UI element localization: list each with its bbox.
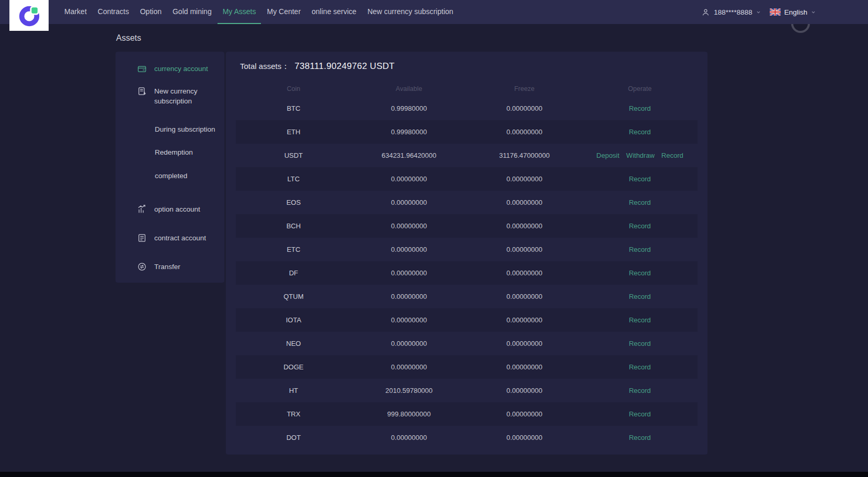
footer-bar (0, 472, 868, 477)
nav-item-market[interactable]: Market (59, 0, 92, 24)
freeze-cell: 0.00000000 (467, 199, 583, 206)
available-cell: 999.80000000 (351, 410, 467, 418)
sidebar-item-contract-account[interactable]: contract account (116, 230, 224, 245)
record-link[interactable]: Record (629, 434, 651, 441)
nav-item-gold-mining[interactable]: Gold mining (167, 0, 217, 24)
user-phone[interactable]: 188****8888 (714, 8, 752, 16)
coin-cell: ETC (236, 246, 351, 253)
chevron-down-icon (756, 10, 761, 15)
operate-cell: Record (582, 128, 698, 136)
transfer-icon (137, 262, 147, 272)
record-link[interactable]: Record (629, 410, 651, 418)
coin-cell: ETH (236, 128, 351, 136)
coin-cell: BTC (236, 104, 351, 112)
nav-item-contracts[interactable]: Contracts (93, 0, 134, 24)
brand-logo[interactable] (9, 0, 49, 31)
contract-icon (137, 233, 147, 243)
record-link[interactable]: Record (629, 387, 651, 394)
operate-cell: Record (582, 340, 698, 347)
record-link[interactable]: Record (629, 175, 651, 183)
sidebar-item-label: Transfer (154, 263, 180, 271)
record-link[interactable]: Record (629, 316, 651, 324)
available-cell: 0.00000000 (351, 199, 467, 206)
operate-cell: Record (582, 175, 698, 183)
subscription-icon (137, 86, 147, 96)
record-link[interactable]: Record (629, 363, 651, 371)
nav-item-new-currency-subscription[interactable]: New currency subscription (362, 0, 459, 24)
operate-cell: Record (582, 222, 698, 230)
operate-cell: Record (582, 387, 698, 394)
top-nav: MarketContractsOptionGold miningMy Asset… (0, 0, 868, 24)
operate-cell: Record (582, 199, 698, 206)
freeze-cell: 0.00000000 (467, 269, 583, 277)
sidebar-item-label: contract account (154, 234, 206, 242)
freeze-cell: 0.00000000 (467, 340, 583, 347)
sidebar-item-new-currency-subscription[interactable]: New currency subscription (116, 86, 224, 108)
sidebar-menu: currency accountNew currency subscriptio… (116, 52, 224, 283)
record-link[interactable]: Record (629, 246, 651, 253)
freeze-cell: 0.00000000 (467, 410, 583, 418)
record-link[interactable]: Record (629, 199, 651, 206)
available-cell: 0.00000000 (351, 434, 467, 441)
sidebar-item-label: completed (155, 172, 187, 180)
freeze-cell: 0.00000000 (467, 387, 583, 394)
nav-item-my-assets[interactable]: My Assets (218, 0, 261, 24)
sidebar-item-currency-account[interactable]: currency account (116, 61, 224, 76)
column-header-available: Available (351, 85, 467, 92)
available-cell: 0.00000000 (351, 293, 467, 300)
table-row-neo: NEO0.000000000.00000000Record (236, 332, 698, 355)
sidebar-item-option-account[interactable]: option account (116, 202, 224, 216)
sidebar-item-completed[interactable]: completed (116, 168, 224, 183)
sidebar-item-transfer[interactable]: Transfer (116, 259, 224, 274)
freeze-cell: 0.00000000 (467, 104, 583, 112)
page-title: Assets (116, 33, 141, 43)
sidebar-item-redemption[interactable]: Redemption (116, 145, 224, 159)
record-link[interactable]: Record (629, 269, 651, 277)
user-icon (701, 8, 710, 17)
freeze-cell: 31176.47000000 (467, 152, 583, 159)
coin-cell: TRX (236, 410, 351, 418)
chart-icon (137, 204, 147, 214)
operate-cell: Record (582, 410, 698, 418)
freeze-cell: 0.00000000 (467, 222, 583, 230)
freeze-cell: 0.00000000 (467, 175, 583, 183)
available-cell: 0.00000000 (351, 222, 467, 230)
nav-menu: MarketContractsOptionGold miningMy Asset… (59, 0, 459, 24)
sidebar-item-during-subscription[interactable]: During subscription (116, 122, 224, 136)
withdraw-link[interactable]: Withdraw (626, 152, 655, 159)
sidebar-item-label: During subscription (155, 125, 215, 133)
column-header-operate: Operate (582, 85, 698, 92)
language-selector[interactable]: English (784, 8, 807, 16)
available-cell: 0.00000000 (351, 363, 467, 371)
table-row-ht: HT2010.597800000.00000000Record (236, 379, 698, 402)
record-link[interactable]: Record (629, 222, 651, 230)
total-assets: Total assets： 738111.90249762 USDT (226, 52, 707, 81)
nav-item-my-center[interactable]: My Center (261, 0, 306, 24)
operate-cell: Record (582, 293, 698, 300)
column-header-coin: Coin (236, 85, 351, 92)
record-link[interactable]: Record (629, 340, 651, 347)
assets-panel: Total assets： 738111.90249762 USDT CoinA… (226, 52, 707, 455)
record-link[interactable]: Record (629, 104, 651, 112)
coin-cell: USDT (236, 152, 351, 159)
operate-cell: Record (582, 269, 698, 277)
record-link[interactable]: Record (629, 293, 651, 300)
coin-cell: EOS (236, 199, 351, 206)
assets-table-header: CoinAvailableFreezeOperate (236, 81, 698, 97)
table-row-bch: BCH0.000000000.00000000Record (236, 214, 698, 238)
sidebar-item-label: Redemption (155, 148, 193, 156)
freeze-cell: 0.00000000 (467, 363, 583, 371)
chevron-down-icon (811, 10, 816, 15)
table-row-qtum: QTUM0.000000000.00000000Record (236, 285, 698, 308)
record-link[interactable]: Record (661, 152, 683, 159)
total-assets-label: Total assets： (240, 62, 289, 72)
record-link[interactable]: Record (629, 128, 651, 136)
deposit-link[interactable]: Deposit (597, 152, 620, 159)
coin-cell: DOT (236, 434, 351, 441)
available-cell: 0.00000000 (351, 340, 467, 347)
coin-cell: DF (236, 269, 351, 277)
assets-table: CoinAvailableFreezeOperate BTC0.99980000… (236, 81, 698, 449)
freeze-cell: 0.00000000 (467, 434, 583, 441)
nav-item-option[interactable]: Option (135, 0, 167, 24)
nav-item-online-service[interactable]: online service (306, 0, 362, 24)
